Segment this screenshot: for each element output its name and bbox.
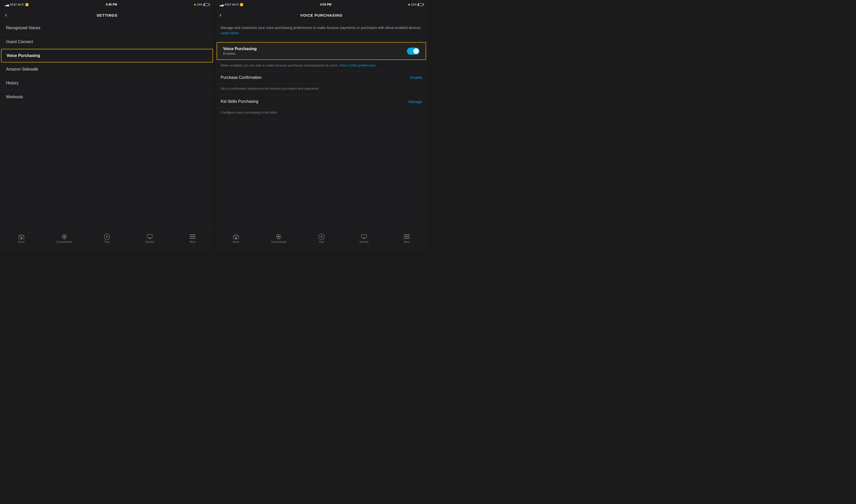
settings-item-history[interactable]: History <box>0 76 214 90</box>
left-nav-communicate-label: Communicate <box>56 240 72 243</box>
kid-skills-row: Kid Skills Purchasing Manage <box>215 95 428 108</box>
left-wifi-icon: 📶 <box>25 3 29 6</box>
left-status-left: ▂▄ AT&T Wi-Fi 📶 <box>5 3 29 6</box>
right-nav-more[interactable]: More <box>386 234 428 243</box>
right-play-icon <box>318 234 325 239</box>
right-nav-play[interactable]: Play <box>300 234 343 243</box>
right-status-left: ▂▄ AT&T Wi-Fi 📶 <box>220 3 243 6</box>
right-nav-devices[interactable]: Devices <box>343 234 385 243</box>
svg-point-3 <box>63 235 65 237</box>
left-nav-play-label: Play <box>105 240 109 243</box>
vp-toggle-row: Voice Purchasing Enabled <box>217 42 426 60</box>
right-back-button[interactable]: ‹ <box>220 12 221 18</box>
right-nav-home[interactable]: Home <box>215 234 257 243</box>
left-status-bar: ▂▄ AT&T Wi-Fi 📶 4:46 PM 16% <box>0 0 214 9</box>
left-battery-dot <box>194 4 196 5</box>
right-nav-home-label: Home <box>233 240 239 243</box>
left-nav-home[interactable]: Home <box>0 234 43 243</box>
vp-learn-more-link[interactable]: Learn More <box>221 31 239 35</box>
kid-skills-action[interactable]: Manage <box>409 100 422 104</box>
right-wifi-icon: 📶 <box>240 3 243 6</box>
svg-marker-5 <box>106 236 108 238</box>
purchase-confirmation-label: Purchase Confirmation <box>221 75 262 80</box>
svg-rect-1 <box>21 237 22 239</box>
vp-spacer <box>215 120 428 232</box>
svg-rect-19 <box>404 238 410 239</box>
right-battery-dot <box>408 4 410 5</box>
vp-1click-link[interactable]: View 1-Click preferences <box>339 64 375 67</box>
purchase-confirmation-action[interactable]: Enable <box>410 75 422 79</box>
right-nav-more-label: More <box>404 240 410 243</box>
vp-toggle-label: Voice Purchasing <box>223 47 257 51</box>
right-battery-fill <box>418 4 419 5</box>
vp-info-text: When enabled, you are able to make Amazo… <box>215 60 428 71</box>
right-nav-header: ‹ VOICE PURCHASING <box>215 9 428 21</box>
right-nav-devices-label: Devices <box>360 240 369 243</box>
settings-item-recognized-voices[interactable]: Recognized Voices <box>0 21 214 35</box>
vp-toggle-status: Enabled <box>223 52 257 55</box>
right-battery-icon <box>417 3 423 6</box>
right-nav-communicate-label: Communicate <box>271 240 287 243</box>
left-settings-list: Recognized Voices Guest Connect Voice Pu… <box>0 21 214 232</box>
left-carrier: AT&T Wi-Fi <box>10 3 24 6</box>
svg-rect-8 <box>190 236 196 237</box>
vp-toggle-description: When enabled, you are able to make Amazo… <box>221 64 338 67</box>
right-nav-communicate[interactable]: Communicate <box>257 234 300 243</box>
purchase-confirmation-row: Purchase Confirmation Enable <box>215 71 428 84</box>
left-nav-more[interactable]: More <box>171 234 214 243</box>
left-signal-icon: ▂▄ <box>5 3 9 6</box>
right-battery-percent: 15% <box>411 3 416 6</box>
svg-marker-15 <box>321 236 323 238</box>
right-page-title: VOICE PURCHASING <box>300 13 343 17</box>
svg-point-13 <box>278 235 280 237</box>
left-page-title: SETTINGS <box>97 13 118 17</box>
left-nav-devices-label: Devices <box>145 240 155 243</box>
left-nav-play[interactable]: Play <box>86 234 129 243</box>
left-status-right: 16% <box>194 3 209 6</box>
vp-description: Manage and customize your voice purchasi… <box>215 21 428 40</box>
right-devices-icon <box>361 234 367 239</box>
left-nav-more-label: More <box>190 240 196 243</box>
left-time: 4:46 PM <box>106 3 117 6</box>
right-status-right: 15% <box>408 3 423 6</box>
more-icon <box>189 234 196 239</box>
svg-rect-9 <box>190 238 196 239</box>
left-nav-devices[interactable]: Devices <box>129 234 171 243</box>
right-phone-panel: ▂▄ AT&T Wi-Fi 📶 4:54 PM 15% ‹ VOICE PURC… <box>215 0 428 252</box>
right-status-bar: ▂▄ AT&T Wi-Fi 📶 4:54 PM 15% <box>215 0 428 9</box>
right-nav-play-label: Play <box>319 240 324 243</box>
left-nav-home-label: Home <box>18 240 25 243</box>
settings-item-guest-connect[interactable]: Guest Connect <box>0 35 214 49</box>
play-icon <box>103 234 110 239</box>
home-icon <box>18 234 25 239</box>
settings-item-workouts[interactable]: Workouts <box>0 90 214 104</box>
vp-description-text: Manage and customize your voice purchasi… <box>221 26 422 30</box>
right-time: 4:54 PM <box>320 3 331 6</box>
left-nav-communicate[interactable]: Communicate <box>43 234 86 243</box>
settings-item-amazon-sidewalk[interactable]: Amazon Sidewalk <box>0 62 214 76</box>
purchase-confirmation-desc: Set a confirmation preference for Amazon… <box>215 84 428 95</box>
left-battery-fill <box>204 4 205 5</box>
left-back-button[interactable]: ‹ <box>5 12 7 18</box>
right-more-icon <box>403 234 410 239</box>
vp-toggle-info: Voice Purchasing Enabled <box>223 47 257 55</box>
svg-rect-7 <box>190 234 196 235</box>
svg-rect-18 <box>404 236 410 237</box>
left-phone-panel: ▂▄ AT&T Wi-Fi 📶 4:46 PM 16% ‹ SETTINGS R… <box>0 0 214 252</box>
right-home-icon <box>233 234 240 239</box>
left-bottom-nav: Home Communicate Play <box>0 232 214 252</box>
right-signal-icon: ▂▄ <box>220 3 224 6</box>
settings-item-voice-purchasing[interactable]: Voice Purchasing <box>1 49 213 62</box>
kid-skills-desc: Configure voice purchasing in kid skills… <box>215 108 428 120</box>
left-battery-percent: 16% <box>197 3 203 6</box>
svg-rect-11 <box>235 237 237 239</box>
svg-rect-16 <box>362 234 366 238</box>
kid-skills-label: Kid Skills Purchasing <box>221 99 258 104</box>
svg-rect-6 <box>147 234 152 238</box>
right-bottom-nav: Home Communicate Play <box>215 232 428 252</box>
left-nav-header: ‹ SETTINGS <box>0 9 214 21</box>
vp-toggle-switch[interactable] <box>407 48 420 55</box>
communicate-icon <box>61 234 68 239</box>
left-battery-icon <box>204 3 209 6</box>
right-communicate-icon <box>275 234 282 239</box>
